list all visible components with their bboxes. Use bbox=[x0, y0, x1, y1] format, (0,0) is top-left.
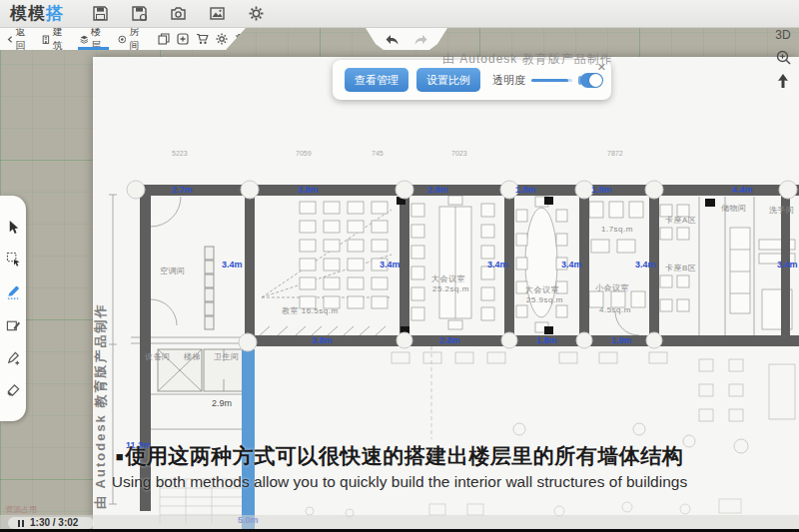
dim-label[interactable]: 3.4m bbox=[380, 260, 400, 269]
dim-label[interactable]: 2.8m bbox=[427, 185, 448, 195]
app-window: 5223 7059 745 7023 7872 2.7m 3.8m 2.8m 1… bbox=[0, 0, 799, 532]
edit-toolbar: 返回 建筑 楼层 房间 bbox=[0, 28, 246, 50]
cad-dim: 7872 bbox=[607, 150, 623, 157]
autodesk-watermark-top: 由 Autodesk 教育版产品制作 bbox=[442, 51, 613, 68]
tool-palette bbox=[0, 196, 26, 421]
redo-icon[interactable] bbox=[413, 33, 429, 46]
player-timestamp: 1:30 / 3:02 bbox=[30, 517, 78, 529]
save-export-icon[interactable] bbox=[131, 5, 148, 22]
subtitle-zh: ■使用这两种方式可以很快速的搭建出楼层里的所有墙体结构 bbox=[0, 442, 799, 470]
subtitle-en: Using both methods allow you to quickly … bbox=[0, 473, 799, 491]
view-manage-button[interactable]: 查看管理 bbox=[345, 68, 408, 92]
add-icon[interactable] bbox=[177, 33, 189, 45]
camera-icon[interactable] bbox=[170, 5, 187, 22]
pause-icon[interactable] bbox=[18, 520, 24, 527]
subtitle-bullet: ■ bbox=[116, 449, 124, 464]
dim-label[interactable]: 3.4m bbox=[777, 260, 798, 269]
room-label: 卡座B区 bbox=[665, 263, 696, 273]
overlay-toggle[interactable] bbox=[580, 73, 603, 88]
dim-label[interactable]: 2.9m bbox=[212, 398, 232, 408]
settings-gear-icon[interactable] bbox=[248, 5, 265, 22]
opacity-label: 透明度 bbox=[492, 73, 525, 88]
save-icon[interactable] bbox=[92, 5, 109, 22]
dim-label[interactable]: 1.9m bbox=[611, 335, 632, 345]
cad-dim: 5223 bbox=[172, 150, 188, 157]
dim-label[interactable]: 3.4m bbox=[222, 260, 243, 269]
draw-wall-pencil-tool-icon[interactable] bbox=[6, 284, 21, 299]
eraser-tool-icon[interactable] bbox=[6, 382, 21, 397]
room-label: 4.5sq.m bbox=[599, 305, 631, 314]
cad-dim: 745 bbox=[372, 150, 384, 157]
dim-label[interactable]: 2.8m bbox=[439, 335, 460, 345]
room-label: 小会议室 bbox=[595, 282, 629, 293]
room-label: 25.2sq.m bbox=[432, 284, 469, 293]
room-label: 教室 16.5sq.m bbox=[282, 305, 339, 316]
tab-building[interactable]: 建筑 bbox=[42, 28, 68, 50]
cad-dim: 7059 bbox=[296, 150, 312, 157]
room-label: 25.9sq.m bbox=[526, 295, 563, 304]
room-icon bbox=[118, 34, 127, 45]
dim-label[interactable]: 2.7m bbox=[172, 185, 193, 195]
tab-room[interactable]: 房间 bbox=[118, 28, 145, 50]
view-controls: 3D bbox=[768, 28, 798, 89]
room-label: 储物间 bbox=[721, 203, 747, 214]
dim-label[interactable]: 1.8m bbox=[536, 335, 557, 345]
dim-label[interactable]: 1.8m bbox=[515, 185, 536, 195]
image-icon[interactable] bbox=[209, 5, 226, 22]
opacity-slider[interactable] bbox=[531, 74, 572, 86]
dim-label[interactable]: 3.4m bbox=[561, 260, 582, 269]
gear-icon[interactable] bbox=[216, 33, 228, 45]
back-button[interactable]: 返回 bbox=[7, 28, 31, 50]
dim-label[interactable]: 3.4m bbox=[635, 260, 656, 269]
resource-usage-label: 资源占用 bbox=[5, 504, 37, 515]
undo-icon[interactable] bbox=[384, 33, 400, 46]
dim-label[interactable]: 3.8m bbox=[298, 185, 319, 195]
pointer-up-icon[interactable] bbox=[775, 73, 791, 89]
add-point-pen-tool-icon[interactable] bbox=[6, 350, 21, 365]
back-chevron-icon bbox=[7, 35, 12, 44]
view-3d-button[interactable]: 3D bbox=[775, 28, 790, 42]
slider-fill bbox=[531, 79, 568, 82]
top-toolbar: 模模搭 bbox=[0, 0, 799, 28]
cad-dim: 7023 bbox=[451, 150, 467, 157]
duplicate-icon[interactable] bbox=[158, 33, 170, 45]
marquee-select-tool-icon[interactable] bbox=[6, 252, 21, 266]
room-label: 洗手间 bbox=[769, 205, 795, 216]
room-label: 设备间 bbox=[145, 351, 171, 362]
dim-label[interactable]: 4.4m bbox=[732, 185, 753, 195]
toggle-knob bbox=[589, 74, 602, 87]
select-tool-icon[interactable] bbox=[6, 220, 21, 235]
room-label: 1.7sq.m bbox=[601, 225, 633, 234]
dim-label[interactable]: 1.9m bbox=[591, 185, 612, 195]
subtitle-block: ■使用这两种方式可以很快速的搭建出楼层里的所有墙体结构 Using both m… bbox=[0, 442, 799, 491]
dim-label[interactable]: 3.8m bbox=[312, 335, 333, 345]
building-icon bbox=[42, 34, 50, 45]
cart-icon[interactable] bbox=[196, 33, 209, 45]
player-control-band bbox=[0, 515, 799, 529]
app-logo: 模模搭 bbox=[10, 2, 64, 25]
room-label: 大会议室 bbox=[525, 284, 559, 295]
layers-icon bbox=[80, 34, 89, 45]
room-label: 卫生间 bbox=[214, 351, 240, 362]
active-tab-underline bbox=[78, 47, 109, 50]
room-label: 空调间 bbox=[160, 266, 186, 276]
room-label: 大会议室 bbox=[431, 273, 465, 284]
draw-room-rect-tool-icon[interactable] bbox=[6, 317, 21, 332]
player-controls[interactable]: 1:30 / 3:02 bbox=[8, 517, 94, 529]
room-label: 卡座A区 bbox=[665, 215, 696, 226]
dim-label[interactable]: 3.4m bbox=[487, 260, 508, 269]
tab-floor[interactable]: 楼层 bbox=[80, 28, 107, 50]
room-label: 楼梯 bbox=[184, 351, 201, 362]
zoom-icon[interactable] bbox=[775, 49, 792, 66]
set-scale-button[interactable]: 设置比例 bbox=[416, 68, 480, 92]
